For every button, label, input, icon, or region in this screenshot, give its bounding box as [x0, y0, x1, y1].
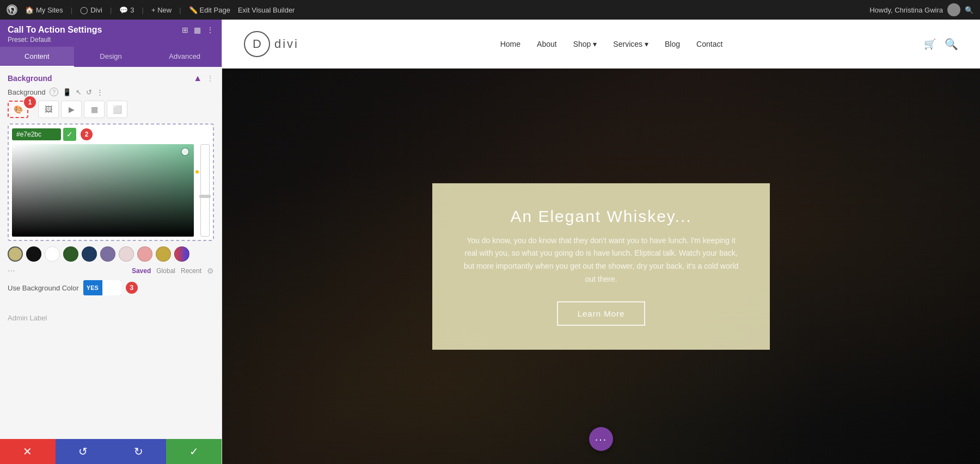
- swatch-gold-tan[interactable]: [8, 246, 23, 262]
- search-icon[interactable]: 🔍: [965, 6, 973, 14]
- swatch-dark-blue[interactable]: [82, 246, 97, 262]
- swatch-white[interactable]: [45, 246, 60, 262]
- separator-4: |: [179, 6, 181, 14]
- float-dots-icon: ···: [595, 433, 608, 446]
- wp-icon-link[interactable]: [7, 4, 17, 15]
- cancel-icon: ✕: [23, 445, 32, 458]
- my-sites-label: My Sites: [36, 6, 63, 14]
- bg-type-pattern-tab[interactable]: ⬜: [107, 101, 127, 118]
- hex-confirm-button[interactable]: ✓: [63, 128, 76, 141]
- tab-advanced[interactable]: Advanced: [148, 47, 222, 67]
- chevron-up-icon[interactable]: ▲: [193, 73, 202, 83]
- float-action-button[interactable]: ···: [589, 427, 613, 451]
- swatch-dark-green[interactable]: [63, 246, 78, 262]
- comment-count: 3: [130, 6, 134, 14]
- reset-icon[interactable]: ↺: [86, 88, 92, 96]
- comments-link[interactable]: 💬 3: [119, 6, 134, 14]
- divi-icon: ◯: [80, 6, 88, 14]
- nav-services[interactable]: Services ▾: [613, 40, 648, 48]
- undo-button[interactable]: ↺: [56, 439, 111, 464]
- right-content: D divi Home About Shop ▾ Services ▾ Blog…: [222, 20, 980, 464]
- panel-resize-icon[interactable]: ⊞: [182, 26, 188, 34]
- bg-type-image-tab[interactable]: 🖼: [38, 101, 59, 118]
- background-section-header: Background ▲ ⋮: [0, 67, 222, 88]
- site-header: D divi Home About Shop ▾ Services ▾ Blog…: [222, 20, 980, 69]
- responsive-icon[interactable]: 📱: [63, 88, 71, 96]
- cart-icon[interactable]: 🛒: [924, 38, 936, 50]
- swatch-gold[interactable]: [156, 246, 171, 262]
- bg-type-tabs: 🎨 1 🖼 ▶ ▦ ⬜: [8, 101, 214, 118]
- wp-icon: [7, 4, 17, 15]
- swatch-purple[interactable]: [100, 246, 115, 262]
- color-fill-icon: 🎨: [14, 105, 23, 114]
- panel-grid-icon[interactable]: ▦: [194, 26, 201, 34]
- tab-design[interactable]: Design: [74, 47, 148, 67]
- user-avatar: [947, 3, 960, 16]
- redo-icon: ↻: [134, 445, 143, 458]
- swatch-light-pink[interactable]: [119, 246, 134, 262]
- nav-icons: 🛒 🔍: [924, 38, 958, 51]
- more-swatches-icon[interactable]: ···: [8, 266, 15, 276]
- background-label: Background: [8, 88, 45, 96]
- color-tab-global[interactable]: Global: [156, 267, 175, 275]
- hero-learn-more-button[interactable]: Learn More: [557, 301, 646, 326]
- panel-title-row: Call To Action Settings ⊞ ▦ ⋮: [8, 25, 214, 35]
- gradient-icon: ▦: [91, 105, 98, 114]
- divi-link[interactable]: ◯ Divi: [80, 6, 102, 14]
- nav-home[interactable]: Home: [500, 40, 520, 48]
- swatch-rose[interactable]: [137, 246, 152, 262]
- cancel-button[interactable]: ✕: [0, 439, 56, 464]
- color-tab-recent[interactable]: Recent: [181, 267, 201, 275]
- nav-shop[interactable]: Shop ▾: [573, 40, 597, 48]
- nav-contact[interactable]: Contact: [696, 40, 722, 48]
- panel-content: Background ▲ ⋮ Background ? 📱 ↖ ↺ ⋮: [0, 67, 222, 439]
- shop-chevron-icon: ▾: [593, 40, 597, 48]
- edit-page-link[interactable]: ✏️ Edit Page: [189, 6, 230, 14]
- search-nav-icon[interactable]: 🔍: [945, 38, 958, 51]
- pencil-icon: ✏️: [189, 6, 198, 14]
- nav-about[interactable]: About: [537, 40, 557, 48]
- new-link[interactable]: + New: [151, 6, 171, 14]
- separator-3: |: [142, 6, 144, 14]
- color-tab-saved[interactable]: Saved: [132, 267, 151, 275]
- gradient-black-layer: [12, 144, 194, 237]
- panel-preset[interactable]: Preset: Default: [8, 36, 214, 44]
- pointer-icon[interactable]: ↖: [76, 88, 82, 96]
- hero-area: An Elegant Whiskey... You do know, you d…: [222, 69, 980, 464]
- color-gradient-canvas[interactable]: [12, 144, 194, 237]
- hex-input[interactable]: [12, 128, 61, 140]
- alpha-handle[interactable]: [199, 195, 211, 198]
- badge-2: 2: [81, 128, 93, 140]
- divi-label: Divi: [90, 6, 102, 14]
- swatch-black[interactable]: [26, 246, 41, 262]
- bg-type-gradient-tab[interactable]: ▦: [84, 101, 105, 118]
- use-bg-color-label: Use Background Color: [8, 284, 79, 292]
- admin-bar-left: 🏠 My Sites | ◯ Divi | 💬 3 | + New | ✏️ E…: [7, 4, 862, 15]
- exit-builder-link[interactable]: Exit Visual Builder: [238, 6, 295, 14]
- section-more-icon[interactable]: ⋮: [206, 74, 214, 83]
- alpha-slider[interactable]: [200, 144, 210, 237]
- panel-header: Call To Action Settings ⊞ ▦ ⋮ Preset: De…: [0, 20, 222, 47]
- edit-page-label: Edit Page: [200, 6, 230, 14]
- logo-circle: D: [244, 31, 270, 57]
- my-sites-link[interactable]: 🏠 My Sites: [25, 6, 63, 14]
- howdy-label: Howdy, Christina Gwira: [869, 6, 943, 14]
- save-button[interactable]: ✓: [166, 439, 222, 464]
- bg-more-icon[interactable]: ⋮: [96, 88, 103, 96]
- separator-1: |: [71, 6, 72, 14]
- hero-center-box: An Elegant Whiskey... You do know, you d…: [432, 183, 770, 349]
- bg-type-video-tab[interactable]: ▶: [61, 101, 82, 118]
- panel-more-icon[interactable]: ⋮: [206, 26, 214, 34]
- swatch-gradient-stroke[interactable]: [174, 246, 189, 262]
- color-settings-icon[interactable]: ⚙: [207, 267, 214, 275]
- hue-handle[interactable]: [195, 170, 199, 174]
- tab-content[interactable]: Content: [0, 47, 74, 67]
- redo-button[interactable]: ↻: [111, 439, 167, 464]
- panel-title-icons: ⊞ ▦ ⋮: [182, 26, 214, 34]
- nav-blog[interactable]: Blog: [665, 40, 680, 48]
- pattern-icon: ⬜: [113, 105, 122, 114]
- hero-title: An Elegant Whiskey...: [460, 207, 743, 225]
- save-icon: ✓: [189, 445, 199, 458]
- use-bg-color-toggle[interactable]: YES: [83, 280, 121, 295]
- help-icon[interactable]: ?: [50, 88, 58, 96]
